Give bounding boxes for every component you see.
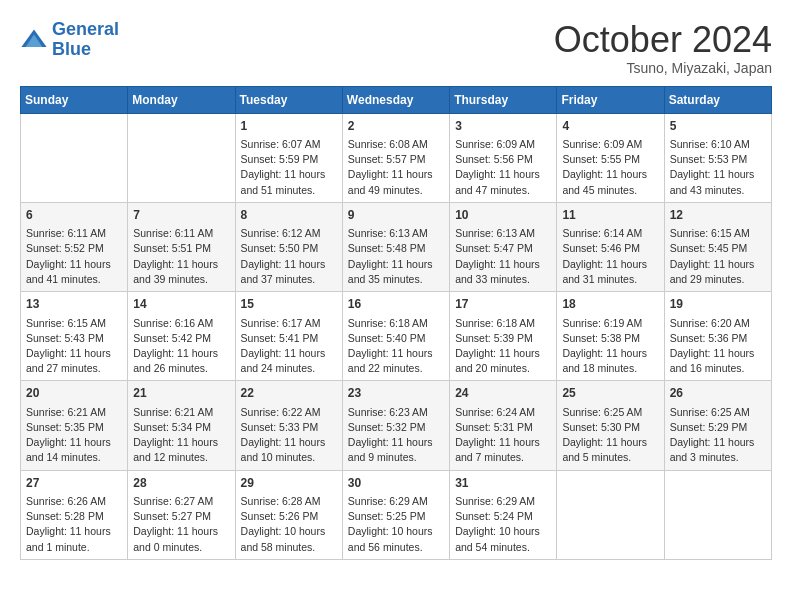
day-info: Sunrise: 6:09 AM Sunset: 5:55 PM Dayligh… (562, 137, 658, 198)
calendar-week-row: 20Sunrise: 6:21 AM Sunset: 5:35 PM Dayli… (21, 381, 772, 470)
day-number: 20 (26, 385, 122, 402)
day-number: 7 (133, 207, 229, 224)
day-number: 8 (241, 207, 337, 224)
calendar-cell: 1Sunrise: 6:07 AM Sunset: 5:59 PM Daylig… (235, 113, 342, 202)
day-info: Sunrise: 6:27 AM Sunset: 5:27 PM Dayligh… (133, 494, 229, 555)
day-info: Sunrise: 6:15 AM Sunset: 5:45 PM Dayligh… (670, 226, 766, 287)
calendar-cell: 28Sunrise: 6:27 AM Sunset: 5:27 PM Dayli… (128, 470, 235, 559)
calendar-cell (128, 113, 235, 202)
calendar-cell: 4Sunrise: 6:09 AM Sunset: 5:55 PM Daylig… (557, 113, 664, 202)
day-info: Sunrise: 6:11 AM Sunset: 5:51 PM Dayligh… (133, 226, 229, 287)
day-info: Sunrise: 6:13 AM Sunset: 5:47 PM Dayligh… (455, 226, 551, 287)
day-info: Sunrise: 6:10 AM Sunset: 5:53 PM Dayligh… (670, 137, 766, 198)
calendar-cell (21, 113, 128, 202)
day-number: 16 (348, 296, 444, 313)
calendar-cell: 11Sunrise: 6:14 AM Sunset: 5:46 PM Dayli… (557, 202, 664, 291)
day-info: Sunrise: 6:20 AM Sunset: 5:36 PM Dayligh… (670, 316, 766, 377)
day-number: 2 (348, 118, 444, 135)
calendar-cell: 29Sunrise: 6:28 AM Sunset: 5:26 PM Dayli… (235, 470, 342, 559)
calendar-week-row: 27Sunrise: 6:26 AM Sunset: 5:28 PM Dayli… (21, 470, 772, 559)
calendar-cell: 8Sunrise: 6:12 AM Sunset: 5:50 PM Daylig… (235, 202, 342, 291)
day-number: 24 (455, 385, 551, 402)
calendar-cell: 23Sunrise: 6:23 AM Sunset: 5:32 PM Dayli… (342, 381, 449, 470)
day-number: 4 (562, 118, 658, 135)
calendar-cell (664, 470, 771, 559)
header-saturday: Saturday (664, 86, 771, 113)
month-title: October 2024 (554, 20, 772, 60)
calendar-cell (557, 470, 664, 559)
calendar-cell: 31Sunrise: 6:29 AM Sunset: 5:24 PM Dayli… (450, 470, 557, 559)
day-info: Sunrise: 6:22 AM Sunset: 5:33 PM Dayligh… (241, 405, 337, 466)
day-info: Sunrise: 6:29 AM Sunset: 5:25 PM Dayligh… (348, 494, 444, 555)
day-info: Sunrise: 6:21 AM Sunset: 5:34 PM Dayligh… (133, 405, 229, 466)
day-info: Sunrise: 6:07 AM Sunset: 5:59 PM Dayligh… (241, 137, 337, 198)
day-info: Sunrise: 6:14 AM Sunset: 5:46 PM Dayligh… (562, 226, 658, 287)
day-number: 25 (562, 385, 658, 402)
day-number: 9 (348, 207, 444, 224)
day-number: 1 (241, 118, 337, 135)
header-thursday: Thursday (450, 86, 557, 113)
day-number: 5 (670, 118, 766, 135)
header-sunday: Sunday (21, 86, 128, 113)
calendar-cell: 16Sunrise: 6:18 AM Sunset: 5:40 PM Dayli… (342, 292, 449, 381)
day-number: 19 (670, 296, 766, 313)
page-header: General Blue October 2024 Tsuno, Miyazak… (20, 20, 772, 76)
calendar-cell: 5Sunrise: 6:10 AM Sunset: 5:53 PM Daylig… (664, 113, 771, 202)
day-info: Sunrise: 6:21 AM Sunset: 5:35 PM Dayligh… (26, 405, 122, 466)
day-info: Sunrise: 6:15 AM Sunset: 5:43 PM Dayligh… (26, 316, 122, 377)
day-info: Sunrise: 6:19 AM Sunset: 5:38 PM Dayligh… (562, 316, 658, 377)
header-monday: Monday (128, 86, 235, 113)
calendar-cell: 20Sunrise: 6:21 AM Sunset: 5:35 PM Dayli… (21, 381, 128, 470)
calendar-cell: 13Sunrise: 6:15 AM Sunset: 5:43 PM Dayli… (21, 292, 128, 381)
day-number: 31 (455, 475, 551, 492)
calendar-cell: 2Sunrise: 6:08 AM Sunset: 5:57 PM Daylig… (342, 113, 449, 202)
day-info: Sunrise: 6:26 AM Sunset: 5:28 PM Dayligh… (26, 494, 122, 555)
day-number: 29 (241, 475, 337, 492)
day-info: Sunrise: 6:29 AM Sunset: 5:24 PM Dayligh… (455, 494, 551, 555)
day-number: 30 (348, 475, 444, 492)
day-number: 23 (348, 385, 444, 402)
day-number: 6 (26, 207, 122, 224)
calendar-cell: 18Sunrise: 6:19 AM Sunset: 5:38 PM Dayli… (557, 292, 664, 381)
day-number: 14 (133, 296, 229, 313)
day-info: Sunrise: 6:25 AM Sunset: 5:30 PM Dayligh… (562, 405, 658, 466)
calendar-cell: 21Sunrise: 6:21 AM Sunset: 5:34 PM Dayli… (128, 381, 235, 470)
day-info: Sunrise: 6:28 AM Sunset: 5:26 PM Dayligh… (241, 494, 337, 555)
header-wednesday: Wednesday (342, 86, 449, 113)
logo-line2: Blue (52, 39, 91, 59)
logo-text: General Blue (52, 20, 119, 60)
day-info: Sunrise: 6:12 AM Sunset: 5:50 PM Dayligh… (241, 226, 337, 287)
day-info: Sunrise: 6:16 AM Sunset: 5:42 PM Dayligh… (133, 316, 229, 377)
day-info: Sunrise: 6:09 AM Sunset: 5:56 PM Dayligh… (455, 137, 551, 198)
calendar-table: SundayMondayTuesdayWednesdayThursdayFrid… (20, 86, 772, 560)
calendar-cell: 30Sunrise: 6:29 AM Sunset: 5:25 PM Dayli… (342, 470, 449, 559)
day-number: 17 (455, 296, 551, 313)
header-tuesday: Tuesday (235, 86, 342, 113)
title-block: October 2024 Tsuno, Miyazaki, Japan (554, 20, 772, 76)
day-info: Sunrise: 6:11 AM Sunset: 5:52 PM Dayligh… (26, 226, 122, 287)
calendar-cell: 6Sunrise: 6:11 AM Sunset: 5:52 PM Daylig… (21, 202, 128, 291)
calendar-cell: 10Sunrise: 6:13 AM Sunset: 5:47 PM Dayli… (450, 202, 557, 291)
day-info: Sunrise: 6:23 AM Sunset: 5:32 PM Dayligh… (348, 405, 444, 466)
day-info: Sunrise: 6:17 AM Sunset: 5:41 PM Dayligh… (241, 316, 337, 377)
day-info: Sunrise: 6:08 AM Sunset: 5:57 PM Dayligh… (348, 137, 444, 198)
day-number: 27 (26, 475, 122, 492)
day-number: 11 (562, 207, 658, 224)
day-info: Sunrise: 6:25 AM Sunset: 5:29 PM Dayligh… (670, 405, 766, 466)
day-number: 22 (241, 385, 337, 402)
calendar-week-row: 13Sunrise: 6:15 AM Sunset: 5:43 PM Dayli… (21, 292, 772, 381)
calendar-cell: 22Sunrise: 6:22 AM Sunset: 5:33 PM Dayli… (235, 381, 342, 470)
calendar-week-row: 6Sunrise: 6:11 AM Sunset: 5:52 PM Daylig… (21, 202, 772, 291)
logo-icon (20, 26, 48, 54)
calendar-cell: 24Sunrise: 6:24 AM Sunset: 5:31 PM Dayli… (450, 381, 557, 470)
calendar-cell: 26Sunrise: 6:25 AM Sunset: 5:29 PM Dayli… (664, 381, 771, 470)
calendar-cell: 12Sunrise: 6:15 AM Sunset: 5:45 PM Dayli… (664, 202, 771, 291)
calendar-cell: 3Sunrise: 6:09 AM Sunset: 5:56 PM Daylig… (450, 113, 557, 202)
calendar-week-row: 1Sunrise: 6:07 AM Sunset: 5:59 PM Daylig… (21, 113, 772, 202)
header-friday: Friday (557, 86, 664, 113)
day-info: Sunrise: 6:18 AM Sunset: 5:39 PM Dayligh… (455, 316, 551, 377)
day-info: Sunrise: 6:18 AM Sunset: 5:40 PM Dayligh… (348, 316, 444, 377)
day-number: 21 (133, 385, 229, 402)
day-number: 15 (241, 296, 337, 313)
calendar-cell: 25Sunrise: 6:25 AM Sunset: 5:30 PM Dayli… (557, 381, 664, 470)
